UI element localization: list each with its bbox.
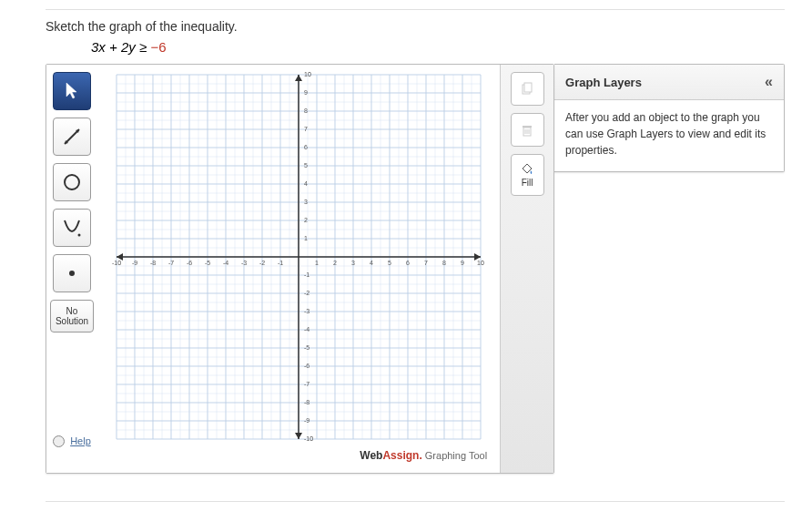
delete-button[interactable] [511,113,544,147]
collapse-button[interactable]: « [765,74,773,90]
layers-body-text: After you add an object to the graph you… [554,100,784,171]
pointer-tool[interactable] [53,72,91,110]
svg-text:6: 6 [304,144,308,150]
svg-text:1: 1 [315,260,319,266]
parabola-tool[interactable] [53,209,91,247]
svg-text:-2: -2 [259,260,265,266]
problem-prompt: Sketch the graph of the inequality. [46,19,785,34]
svg-text:8: 8 [442,260,446,266]
svg-text:1: 1 [304,235,308,241]
point-tool[interactable] [53,254,91,292]
svg-text:-7: -7 [304,381,310,387]
svg-text:-5: -5 [205,260,210,266]
parabola-icon [61,217,83,239]
no-solution-button[interactable]: No Solution [50,300,94,332]
svg-text:6: 6 [406,260,410,266]
svg-text:-6: -6 [304,363,310,369]
svg-text:3: 3 [351,260,355,266]
svg-text:4: 4 [304,180,308,187]
cursor-icon [65,82,79,100]
svg-text:-4: -4 [304,326,310,332]
branding-label: WebAssign. Graphing Tool [360,444,500,467]
svg-text:4: 4 [370,260,373,266]
svg-text:-9: -9 [304,417,310,424]
graph-layers-panel: Graph Layers « After you add an object t… [554,64,785,172]
svg-text:5: 5 [304,162,308,169]
copy-icon [520,82,534,97]
svg-text:10: 10 [304,71,311,77]
point-icon [61,262,83,284]
svg-text:-10: -10 [112,260,121,266]
inequality-expression: 3x + 2y ≥ −6 [91,39,785,55]
svg-text:-7: -7 [168,260,174,266]
svg-text:-2: -2 [304,290,310,296]
svg-text:-6: -6 [187,260,192,266]
svg-marker-135 [295,433,302,439]
svg-text:-5: -5 [304,344,310,351]
svg-text:2: 2 [333,260,337,266]
svg-text:-10: -10 [304,435,313,442]
coordinate-grid[interactable]: -10-9-8-7-6-5-4-3-2-112345678910-10-9-8-… [112,70,485,444]
circle-icon [61,171,83,193]
svg-text:3: 3 [304,199,308,205]
svg-text:-8: -8 [150,260,156,266]
svg-text:9: 9 [304,89,308,96]
svg-rect-179 [523,126,532,128]
svg-text:-1: -1 [304,271,310,278]
left-toolbar: No Solution Help [46,65,97,473]
layers-title: Graph Layers [565,76,642,89]
svg-text:7: 7 [304,126,308,132]
svg-text:5: 5 [388,260,391,266]
copy-button[interactable] [511,72,544,106]
line-tool[interactable] [53,118,91,156]
svg-text:9: 9 [461,260,464,266]
svg-text:-8: -8 [304,399,310,405]
svg-point-5 [69,271,75,276]
svg-point-3 [65,175,79,189]
bucket-icon [520,163,534,178]
fill-button[interactable]: Fill [511,154,544,196]
graph-canvas-area: -10-9-8-7-6-5-4-3-2-112345678910-10-9-8-… [97,65,500,473]
help-link[interactable]: Help [53,433,91,466]
svg-text:-1: -1 [278,260,283,266]
graphing-tool-panel: No Solution Help -10-9-8-7-6-5-4-3-2-112… [46,64,554,474]
svg-text:-3: -3 [304,308,310,314]
circle-tool[interactable] [53,163,91,201]
svg-marker-134 [295,75,302,81]
right-toolbar: Fill [500,65,553,473]
svg-text:2: 2 [304,217,308,223]
svg-text:-3: -3 [241,260,247,266]
svg-point-4 [78,234,81,237]
svg-text:-9: -9 [132,260,137,266]
svg-text:7: 7 [424,260,428,266]
line-icon [61,126,83,148]
svg-text:-4: -4 [223,260,228,266]
svg-text:10: 10 [477,260,484,266]
svg-rect-177 [524,83,532,92]
svg-text:8: 8 [304,107,308,114]
trash-icon [520,123,534,138]
